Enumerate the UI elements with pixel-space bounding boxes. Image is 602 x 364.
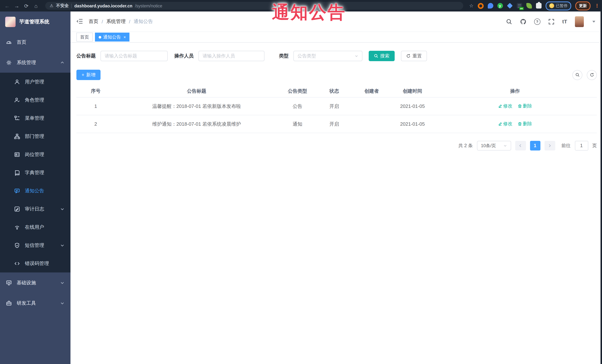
toggle-search-button[interactable]	[572, 70, 582, 80]
sidebar-item-label: 短信管理	[25, 242, 60, 249]
sidebar-group-audit-log[interactable]: 审计日志	[0, 200, 70, 218]
dashboard-icon	[6, 39, 12, 45]
filter-form: 公告标题 操作人员 类型 公告类型 搜	[76, 51, 597, 61]
profile-paused-chip[interactable]: 已暂停	[545, 1, 571, 10]
chevron-down-icon	[60, 243, 64, 247]
chevron-up-icon	[60, 60, 64, 65]
sidebar-item-label: 错误码管理	[25, 260, 64, 267]
app-logo-row[interactable]: 芋道管理系统	[0, 11, 70, 32]
extension-switch-icon[interactable]: on	[516, 3, 522, 9]
sidebar-item-label: 部门管理	[25, 133, 64, 140]
browser-menu-icon[interactable]: ⋮	[595, 4, 598, 7]
tab-notice[interactable]: 通知公告 ×	[95, 33, 130, 42]
page-number-current[interactable]: 1	[530, 141, 540, 150]
add-button-label: 新增	[86, 72, 96, 78]
extension-diamond-icon[interactable]	[507, 3, 512, 9]
sidebar-group-sms[interactable]: 短信管理	[0, 236, 70, 254]
delete-link[interactable]: 删除	[518, 103, 532, 109]
insecure-label: 不安全	[56, 3, 69, 9]
total-count: 共 2 条	[458, 143, 473, 149]
breadcrumb-separator: /	[129, 19, 130, 24]
sidebar-item-label: 用户管理	[25, 78, 64, 85]
sidebar-item-dict[interactable]: 字典管理	[0, 164, 70, 182]
gear-icon	[6, 60, 12, 65]
sidebar-submenu-system: 用户管理 角色管理 菜单管理	[0, 73, 70, 272]
sidebar-item-home[interactable]: 首页	[0, 32, 70, 52]
col-header-type: 公告类型	[278, 88, 317, 94]
update-label: 更新	[579, 3, 587, 8]
browser-reload-icon[interactable]: ⟳	[23, 2, 30, 9]
add-button[interactable]: + 新增	[76, 70, 101, 80]
sidebar-item-menus[interactable]: 菜单管理	[0, 109, 70, 127]
user-avatar[interactable]	[575, 16, 584, 27]
sidebar-item-departments[interactable]: 部门管理	[0, 127, 70, 145]
extension-leaf-icon[interactable]	[526, 3, 532, 9]
main-area: 首页 / 系统管理 / 通知公告 ?	[70, 11, 602, 364]
breadcrumb-system[interactable]: 系统管理	[106, 18, 126, 25]
pagination: 共 2 条 10条/页 1 前往	[76, 141, 597, 150]
sidebar-item-users[interactable]: 用户管理	[0, 73, 70, 91]
close-icon[interactable]: ×	[124, 35, 126, 39]
sidebar-item-online-users[interactable]: 在线用户	[0, 218, 70, 236]
goto-page-input[interactable]	[575, 141, 588, 150]
search-button[interactable]: 搜索	[369, 51, 395, 61]
browser-home-icon[interactable]: ⌂	[33, 2, 39, 9]
browser-forward-icon[interactable]: →	[13, 2, 20, 9]
extension-drop-icon[interactable]	[488, 3, 493, 9]
github-icon[interactable]	[520, 18, 526, 25]
toolbox-icon	[6, 300, 12, 306]
font-size-icon[interactable]: tT	[562, 19, 567, 24]
edit-link[interactable]: 修改	[498, 103, 512, 109]
bookmark-star-icon[interactable]: ☆	[469, 3, 473, 9]
sidebar-group-devtools[interactable]: 研发工具	[0, 293, 70, 313]
operator-filter-label: 操作人员	[174, 53, 194, 59]
sidebar-item-error-codes[interactable]: 错误码管理	[0, 254, 70, 272]
cell-status: 开启	[317, 121, 352, 127]
extension-y-icon[interactable]: y	[497, 3, 503, 9]
sidebar-item-label: 通知公告	[25, 187, 64, 194]
refresh-table-button[interactable]	[587, 70, 597, 80]
title-filter-input[interactable]	[100, 51, 168, 61]
sidebar-item-label: 系统管理	[17, 59, 60, 66]
trash-icon	[518, 104, 522, 108]
sidebar-item-notice[interactable]: 通知公告	[0, 182, 70, 200]
breadcrumb-home[interactable]: 首页	[89, 18, 98, 25]
page-size-select[interactable]: 10条/页	[477, 141, 511, 150]
page-size-value: 10条/页	[481, 143, 496, 149]
search-button-label: 搜索	[380, 53, 389, 59]
search-icon[interactable]	[506, 18, 512, 25]
reset-button[interactable]: 重置	[401, 51, 427, 61]
edit-link[interactable]: 修改	[498, 121, 512, 127]
sidebar-item-roles[interactable]: 角色管理	[0, 91, 70, 109]
browser-update-button[interactable]: 更新	[575, 1, 591, 10]
address-bar[interactable]: ⚠ 不安全 dashboard.yudao.iocoder.cn/system/…	[45, 2, 463, 10]
sidebar-group-system[interactable]: 系统管理	[0, 52, 70, 73]
col-header-action: 操作	[433, 88, 597, 94]
sidebar-group-infra[interactable]: 基础设施	[0, 272, 70, 293]
sidebar-item-label: 字典管理	[25, 169, 64, 176]
menu-tree-icon	[14, 115, 20, 121]
next-page-button[interactable]	[544, 141, 555, 150]
type-filter-select[interactable]: 公告类型	[293, 51, 362, 61]
url-domain: dashboard.yudao.iocoder.cn	[74, 3, 132, 8]
cell-index: 2	[76, 121, 115, 127]
browser-back-icon[interactable]: ←	[4, 2, 11, 9]
type-filter-placeholder: 公告类型	[298, 53, 316, 59]
extensions-puzzle-icon[interactable]	[536, 3, 541, 9]
delete-link[interactable]: 删除	[518, 121, 532, 127]
avatar-caret-icon[interactable]	[592, 21, 595, 22]
window-right-edge	[601, 0, 602, 364]
chevron-down-icon	[60, 281, 64, 285]
sidebar-item-posts[interactable]: 岗位管理	[0, 145, 70, 164]
edit-link-label: 修改	[503, 103, 512, 109]
extension-donut-icon[interactable]	[478, 3, 484, 9]
sidebar-fold-icon[interactable]	[76, 18, 83, 25]
profile-emoji-icon	[549, 3, 554, 8]
prev-page-button[interactable]	[515, 141, 526, 150]
operator-filter-input[interactable]	[198, 51, 264, 61]
help-icon[interactable]: ?	[534, 18, 540, 25]
fullscreen-icon[interactable]	[548, 18, 555, 25]
search-icon	[575, 73, 580, 77]
chevron-down-icon	[503, 144, 507, 147]
tab-home[interactable]: 首页	[76, 33, 93, 42]
